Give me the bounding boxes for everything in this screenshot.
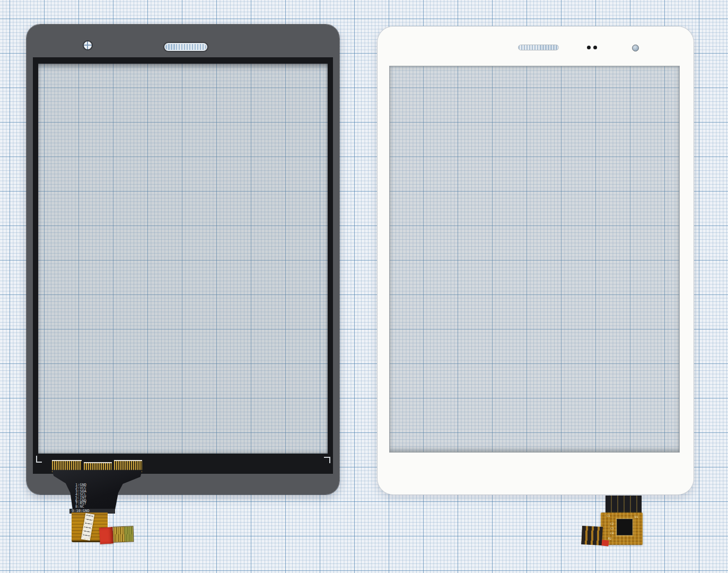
- alignment-mark-left: [36, 456, 42, 463]
- white-flex-black-stiffener: [606, 496, 642, 514]
- pcb-label-u1: U1: [635, 515, 638, 518]
- sensor-dot-icon: [593, 46, 597, 49]
- red-qc-sticker: [99, 527, 113, 544]
- touch-controller-ic: [617, 519, 633, 535]
- camera-hole-icon: [83, 40, 93, 50]
- camera-hole-icon: [632, 45, 639, 51]
- gold-contact-connector: [112, 526, 134, 542]
- pcb-label-c1: C1: [607, 514, 610, 517]
- speaker-mesh-icon: [164, 43, 207, 51]
- pcb-label-c2: C2: [610, 522, 614, 525]
- red-component: [601, 540, 609, 546]
- white-flex-ribbon-cable: [581, 526, 603, 545]
- speaker-mesh-icon: [518, 45, 559, 50]
- pcb-label-c4: C4: [610, 532, 614, 535]
- pcb-label-r2: R2: [608, 537, 612, 540]
- black-digitizer-glass-window: [38, 64, 328, 454]
- pcb-label-c3: C3: [610, 527, 614, 530]
- flex-pinout-labels: 1:GND 2:VCC 3:SDA 4:SCL 5:INT 6:GND 7:RS…: [75, 484, 107, 509]
- graph-paper-background: 1:GND 2:VCC 3:SDA 4:SCL 5:INT 6:GND 7:RS…: [0, 0, 728, 573]
- white-digitizer-glass-window: [390, 66, 679, 452]
- sensor-dot-icon: [587, 46, 591, 49]
- alignment-mark-right: [324, 457, 330, 463]
